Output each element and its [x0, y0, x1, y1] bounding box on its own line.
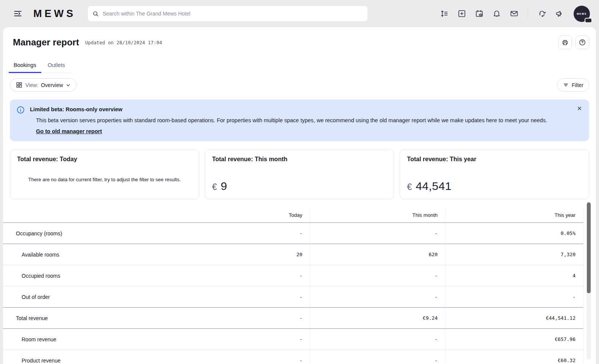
table-header-row: TodayThis monthThis year: [3, 207, 583, 223]
topbar-divider: [528, 9, 528, 19]
search-icon: [92, 11, 99, 17]
vertical-scrollbar[interactable]: [586, 201, 591, 359]
avatar[interactable]: MEWS: [574, 6, 590, 22]
tab-outlets[interactable]: Outlets: [47, 59, 66, 73]
help-icon: [579, 39, 586, 46]
row-label: Occupied rooms: [3, 265, 185, 286]
banner-body: This beta version serves properties with…: [36, 117, 571, 123]
table-cell: -: [185, 286, 310, 308]
table-row: Total revenue-€9.24€44,541.12: [3, 308, 583, 329]
table-cell: -: [185, 265, 310, 286]
add-icon[interactable]: [455, 7, 469, 20]
card-total-revenue-this-month: Total revenue: This month€9: [205, 149, 394, 199]
report-table: TodayThis monthThis year Occupancy (room…: [3, 207, 583, 363]
table-row: Room revenue--€657.96: [3, 329, 583, 350]
calendar-view-icon[interactable]: [472, 7, 486, 20]
banner-close-button[interactable]: [575, 104, 584, 114]
table-body: Occupancy (rooms)--0.05%Available rooms2…: [3, 223, 583, 363]
revenue-cards: Total revenue: TodayThere are no data fo…: [10, 149, 589, 199]
tab-bookings[interactable]: Bookings: [13, 59, 37, 73]
table-cell: -: [310, 329, 445, 350]
table-cell: -: [310, 286, 445, 308]
table-cell: €657.96: [445, 329, 583, 350]
filter-button[interactable]: Filter: [557, 78, 589, 92]
card-amount: 44,541: [416, 180, 452, 193]
global-search[interactable]: [88, 6, 368, 21]
close-icon: [577, 106, 582, 111]
filter-label: Filter: [572, 82, 583, 88]
view-value: Overview: [41, 82, 63, 88]
table-cell: -: [185, 223, 310, 244]
mail-icon[interactable]: [507, 7, 521, 20]
help-button[interactable]: [575, 36, 589, 49]
table-cell: -: [310, 265, 445, 286]
view-selector[interactable]: View: Overview: [10, 78, 77, 92]
table-row: Out of order---: [3, 286, 583, 308]
card-total-revenue-this-year: Total revenue: This year€44,541: [400, 149, 589, 199]
currency-symbol: €: [212, 182, 217, 192]
table-row: Occupancy (rooms)--0.05%: [3, 223, 583, 244]
table-cell: 20: [185, 244, 310, 265]
table-row: Occupied rooms--4: [3, 265, 583, 286]
table-cell: -: [185, 308, 310, 329]
old-manager-report-link[interactable]: Go to old manager report: [36, 128, 102, 134]
sort-icon[interactable]: [438, 7, 451, 20]
manager-report-page: Manager report Updated on 28/10/2024 17:…: [3, 27, 596, 364]
table-cell: 4: [445, 265, 583, 286]
page-title: Manager report: [13, 37, 79, 48]
table-cell: -: [445, 286, 583, 308]
table-cell: -: [310, 223, 445, 244]
row-label: Occupancy (rooms): [3, 223, 185, 244]
card-total-revenue-today: Total revenue: TodayThere are no data fo…: [10, 149, 199, 199]
print-icon: [561, 39, 569, 46]
table-row: Product revenue--€60.32: [3, 350, 583, 363]
avatar-badge: [585, 18, 592, 23]
search-input[interactable]: [103, 11, 363, 17]
row-label: Total revenue: [3, 308, 185, 329]
row-label: Room revenue: [3, 329, 185, 350]
table-cell: -: [185, 329, 310, 350]
table-cell: €60.32: [445, 350, 583, 363]
column-header-this-year: This year: [445, 207, 583, 223]
table-cell: 0.05%: [445, 223, 583, 244]
report-table-viewport: TodayThis monthThis year Occupancy (room…: [3, 207, 596, 363]
info-icon: [16, 106, 25, 114]
table-cell: 620: [310, 244, 445, 265]
column-header-this-month: This month: [310, 207, 445, 223]
column-header-empty: [3, 207, 185, 223]
table-cell: €9.24: [310, 308, 445, 329]
card-empty-message: There are no data for current filter, tr…: [17, 163, 192, 193]
table-cell: €44,541.12: [445, 308, 583, 329]
card-title: Total revenue: This year: [407, 156, 582, 163]
filter-icon: [563, 82, 569, 88]
notifications-icon[interactable]: [490, 7, 504, 20]
view-label: View:: [25, 82, 38, 88]
card-value: €9: [212, 180, 387, 193]
row-label: Out of order: [3, 286, 185, 308]
card-value: €44,541: [407, 180, 582, 193]
chevron-down-icon: [66, 82, 71, 88]
view-grid-icon: [16, 81, 23, 89]
scrollbar-thumb[interactable]: [587, 202, 591, 293]
support-icon[interactable]: [535, 7, 549, 20]
row-label: Product revenue: [3, 350, 185, 363]
column-header-today: Today: [185, 207, 310, 223]
print-button[interactable]: [558, 36, 572, 49]
table-cell: 7,320: [445, 244, 583, 265]
collapse-menu-icon[interactable]: [11, 6, 25, 21]
card-title: Total revenue: Today: [17, 156, 192, 163]
top-bar: MEWS: [0, 0, 599, 27]
table-cell: -: [185, 350, 310, 363]
row-label: Available rooms: [3, 244, 185, 265]
table-cell: -: [310, 350, 445, 363]
table-row: Available rooms206207,320: [3, 244, 583, 265]
avatar-label: MEWS: [577, 12, 586, 15]
updated-timestamp: Updated on 28/10/2024 17:04: [85, 40, 162, 45]
banner-title: Limited beta: Rooms-only overview: [30, 106, 122, 112]
report-tabs: BookingsOutlets: [13, 59, 66, 73]
card-amount: 9: [221, 180, 227, 193]
announcements-icon[interactable]: [552, 7, 566, 20]
limited-beta-banner: Limited beta: Rooms-only overview This b…: [10, 100, 589, 141]
card-title: Total revenue: This month: [212, 156, 387, 163]
currency-symbol: €: [407, 182, 412, 192]
